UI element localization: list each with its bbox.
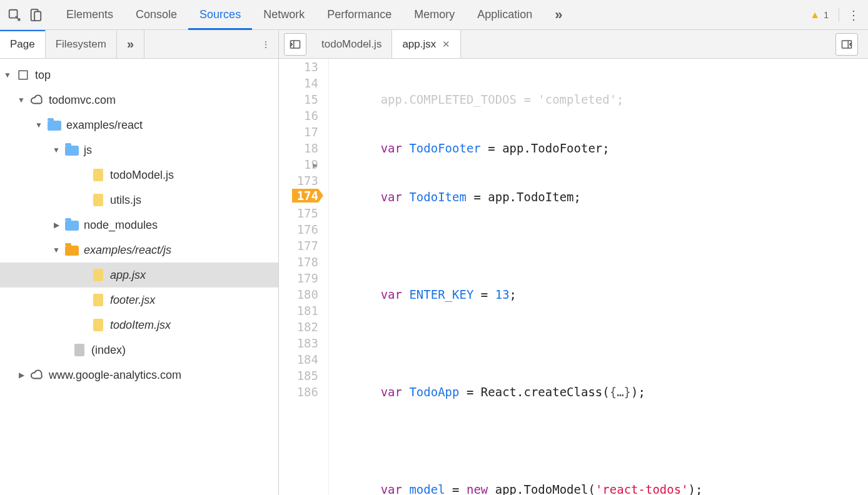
file-icon — [93, 194, 103, 206]
line-number[interactable]: 176 — [279, 221, 318, 238]
subtab-page[interactable]: Page — [0, 30, 46, 58]
line-number[interactable]: 180 — [279, 286, 318, 302]
folder-icon — [65, 146, 79, 156]
code-line: var TodoItem = app.TodoItem; — [338, 189, 760, 205]
tab-memory[interactable]: Memory — [403, 0, 466, 29]
sources-main: top todomvc.com examples/react js todoMo — [0, 59, 868, 495]
line-gutter[interactable]: 13141516171819▸1731741751761771781791801… — [279, 59, 329, 495]
line-number[interactable]: 16 — [279, 108, 318, 124]
tab-performance[interactable]: Performance — [316, 0, 403, 29]
tree-domain-ga[interactable]: www.google-analytics.com — [0, 362, 278, 388]
code-line — [338, 432, 760, 449]
subtab-filesystem[interactable]: Filesystem — [46, 30, 117, 58]
line-number[interactable]: 13 — [279, 59, 318, 75]
line-number[interactable]: 179 — [279, 270, 318, 286]
tab-network[interactable]: Network — [252, 0, 316, 29]
code-line — [338, 238, 760, 254]
line-number[interactable]: 184 — [279, 351, 318, 368]
line-number[interactable]: 15 — [279, 91, 318, 108]
navigator-kebab-icon[interactable]: ⋮ — [253, 30, 278, 58]
editor-tabstrip: todoModel.js app.jsx ✕ — [279, 30, 868, 58]
line-number[interactable]: 185 — [279, 368, 318, 384]
file-tab-appjsx[interactable]: app.jsx ✕ — [391, 30, 461, 58]
inspect-icon[interactable] — [4, 4, 25, 26]
line-number[interactable]: 174 — [279, 189, 318, 205]
code-line: var TodoApp = React.createClass({…}); — [338, 384, 760, 400]
code-line — [338, 335, 760, 351]
fold-arrow-icon[interactable]: ▸ — [311, 156, 320, 172]
line-number[interactable]: 182 — [279, 319, 318, 335]
warning-badge[interactable]: ▲ 1 — [804, 9, 835, 21]
panel-toggle-right-icon[interactable] — [835, 33, 858, 56]
device-toggle-icon[interactable] — [25, 4, 46, 26]
file-tab-todomodel[interactable]: todoModel.js — [311, 30, 391, 58]
file-icon — [93, 169, 103, 181]
breakpoint-marker[interactable]: 174 — [292, 189, 323, 202]
line-number[interactable]: 183 — [279, 335, 318, 351]
file-icon — [74, 344, 84, 356]
file-icon — [93, 294, 103, 306]
line-number[interactable]: 175 — [279, 205, 318, 221]
tree-file-index[interactable]: (index) — [0, 338, 278, 362]
code-line: var TodoFooter = app.TodoFooter; — [338, 140, 760, 156]
file-tab-label: app.jsx — [402, 38, 436, 51]
svg-rect-2 — [34, 11, 41, 21]
cloud-icon — [30, 93, 44, 107]
tree-file-utils[interactable]: utils.js — [0, 188, 278, 212]
code-line: var ENTER_KEY = 13; — [338, 286, 760, 302]
line-number[interactable]: 17 — [279, 124, 318, 140]
line-number[interactable]: 18 — [279, 140, 318, 156]
tab-console[interactable]: Console — [124, 0, 188, 29]
navigator-tabstrip: Page Filesystem » ⋮ — [0, 30, 279, 58]
sources-subbar: Page Filesystem » ⋮ todoModel.js app.jsx… — [0, 30, 868, 59]
line-number[interactable]: 178 — [279, 254, 318, 270]
navigator-tree: top todomvc.com examples/react js todoMo — [0, 59, 279, 495]
separator — [839, 8, 839, 22]
cloud-icon — [30, 368, 44, 382]
tree-file-footerjsx[interactable]: footer.jsx — [0, 288, 278, 312]
warning-icon: ▲ — [810, 9, 820, 21]
warning-count: 1 — [824, 10, 829, 20]
folder-icon — [48, 121, 61, 131]
code-line: app.COMPLETED_TODOS = 'completed'; — [338, 91, 760, 108]
svg-rect-5 — [19, 71, 28, 79]
tree-domain[interactable]: todomvc.com — [0, 88, 278, 112]
frame-icon — [16, 68, 30, 82]
tree-folder-js[interactable]: js — [0, 138, 278, 162]
tree-top-frame[interactable]: top — [0, 62, 278, 88]
line-number[interactable]: 173 — [279, 172, 318, 189]
tab-application[interactable]: Application — [466, 0, 543, 29]
close-icon[interactable]: ✕ — [442, 39, 450, 50]
tree-folder-nodemodules[interactable]: node_modules — [0, 212, 278, 238]
file-tab-label: todoModel.js — [321, 38, 381, 51]
code-line: var model = new app.TodoModel('react-tod… — [338, 481, 760, 495]
code-editor[interactable]: 13141516171819▸1731741751761771781791801… — [279, 59, 868, 495]
code-area[interactable]: app.COMPLETED_TODOS = 'completed'; var T… — [329, 59, 760, 495]
settings-kebab-icon[interactable]: ⋮ — [843, 8, 864, 22]
tree-file-appjsx[interactable]: app.jsx — [0, 262, 278, 288]
devtools-top-tabbar: Elements Console Sources Network Perform… — [0, 0, 868, 30]
line-number[interactable]: 19▸ — [279, 156, 318, 172]
line-number[interactable]: 186 — [279, 384, 318, 400]
line-number[interactable]: 177 — [279, 238, 318, 254]
line-number[interactable]: 181 — [279, 302, 318, 319]
panel-toggle-left-icon[interactable] — [284, 33, 306, 56]
folder-icon — [65, 221, 79, 231]
tab-sources[interactable]: Sources — [188, 0, 252, 29]
tree-folder-examples-react[interactable]: examples/react — [0, 112, 278, 138]
line-number[interactable]: 14 — [279, 75, 318, 91]
tree-file-todomodel[interactable]: todoModel.js — [0, 162, 278, 188]
file-icon — [93, 319, 103, 331]
tab-elements[interactable]: Elements — [55, 0, 124, 29]
tree-folder-examples-react-js[interactable]: examples/react/js — [0, 238, 278, 262]
tabs-overflow-icon[interactable]: » — [543, 0, 573, 29]
folder-icon — [65, 246, 79, 256]
subtab-overflow-icon[interactable]: » — [117, 30, 144, 58]
file-icon — [93, 269, 103, 281]
tree-file-todoitemjsx[interactable]: todoItem.jsx — [0, 312, 278, 338]
